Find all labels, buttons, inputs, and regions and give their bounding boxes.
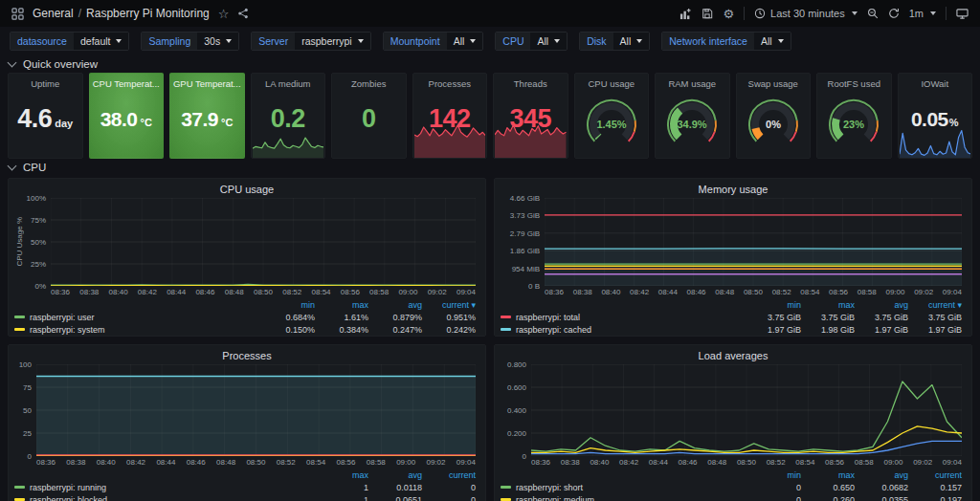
legend-series-label[interactable]: raspberrypi: total [501, 313, 747, 322]
legend-series-label[interactable]: raspberrypi: cached [501, 325, 747, 335]
legend-col-max[interactable]: max [315, 300, 368, 310]
variable-value-dropdown[interactable]: 30s [197, 33, 238, 50]
legend-col-avg[interactable]: avg [855, 470, 908, 480]
dashboard-settings-gear-icon[interactable]: ⚙ [723, 8, 734, 20]
x-tick: 08:44 [167, 288, 186, 296]
legend-col-current[interactable]: current ▾ [422, 300, 476, 310]
legend-value: 0.0682 [855, 483, 908, 492]
legend-value: 0 [422, 483, 476, 492]
star-icon[interactable]: ☆ [218, 8, 230, 20]
x-tick: 08:58 [369, 288, 389, 296]
stat-panel-title-cpu-usage[interactable]: CPU usage [577, 78, 647, 89]
variable-value-dropdown[interactable]: All [613, 33, 650, 50]
x-tick: 08:52 [277, 458, 296, 467]
stat-panel-title-iowait[interactable]: IOWait [901, 78, 970, 89]
stat-panel-title-gpu-temp[interactable]: GPU Temperat... [172, 78, 242, 89]
variable-label: Sampling [142, 33, 197, 50]
x-tick: 08:48 [216, 458, 235, 467]
stat-panel-title-processes[interactable]: Processes [415, 78, 485, 89]
stat-panel-title-zombies[interactable]: Zombies [334, 78, 404, 89]
stat-panel-title-swap-usage[interactable]: Swap usage [739, 78, 809, 89]
variable-mountpoint[interactable]: MountpointAll [383, 32, 484, 51]
legend-col-min[interactable]: min [747, 470, 801, 480]
variable-disk[interactable]: DiskAll [579, 32, 650, 51]
panel-cpu-usage-graph: CPU usageCPU Usage %0%25%50%75%100%08:36… [8, 178, 486, 337]
legend-col-current[interactable]: current ▾ [908, 300, 962, 310]
panel-title-load-averages[interactable]: Load averages [495, 345, 971, 362]
legend-col-avg[interactable]: avg [855, 300, 908, 310]
stat-panel-title-threads[interactable]: Threads [496, 78, 566, 89]
legend-item: raspberrypi: running10.01180 [14, 481, 476, 493]
legend-load-averages: minmaxavgcurrentraspberrypi: short00.650… [501, 468, 962, 501]
plot-area-memory-usage[interactable] [545, 198, 962, 286]
variable-value-dropdown[interactable]: default [74, 33, 129, 50]
legend-col-current[interactable]: current [908, 470, 962, 480]
dashboards-grid-icon[interactable] [11, 8, 24, 20]
variable-label: Mountpoint [384, 33, 447, 50]
refresh-interval-picker[interactable]: 1m [909, 8, 936, 19]
time-range-picker[interactable]: Last 30 minutes [754, 8, 858, 19]
chevron-down-icon [930, 11, 936, 15]
save-dashboard-button[interactable] [702, 8, 713, 19]
legend-col-max[interactable]: max [801, 300, 855, 310]
stat-panel-zombies: Zombies0 [331, 73, 407, 159]
variable-value-dropdown[interactable]: All [530, 33, 567, 50]
plot-area-load-averages[interactable] [531, 364, 962, 456]
y-tick: 1.86 GiB [510, 247, 540, 255]
cycle-view-monitor-icon[interactable] [956, 8, 969, 20]
add-panel-button[interactable] [679, 8, 692, 20]
variable-value-dropdown[interactable]: All [447, 33, 483, 50]
legend-col-min[interactable]: min [747, 300, 801, 310]
breadcrumb-title[interactable]: Raspberry Pi Monitoring [86, 7, 210, 20]
legend-value: 0.951% [422, 313, 476, 322]
y-tick: 0 B [528, 282, 540, 291]
variable-datasource[interactable]: datasourcedefault [10, 32, 129, 51]
legend-series-label[interactable]: raspberrypi: blocked [14, 495, 315, 501]
share-icon[interactable] [237, 8, 249, 19]
variable-sampling[interactable]: Sampling30s [141, 32, 239, 51]
legend-series-label[interactable]: raspberrypi: medium [501, 495, 747, 501]
plot-area-cpu-usage-graph[interactable] [51, 198, 476, 286]
legend-col-min[interactable]: min [261, 300, 315, 310]
section-header-quick-overview[interactable]: Quick overview [0, 55, 980, 73]
refresh-interval-label: 1m [909, 8, 924, 19]
time-range-label: Last 30 minutes [770, 8, 845, 19]
section-header-cpu[interactable]: CPU [0, 159, 980, 176]
stat-panel-title-ram-usage[interactable]: RAM usage [657, 78, 727, 89]
legend-col-max[interactable]: max [801, 470, 855, 480]
sparkline [900, 129, 971, 158]
stat-value-iowait: 0.05% [899, 108, 972, 128]
variable-cpu[interactable]: CPUAll [495, 32, 568, 51]
zoom-out-button[interactable] [867, 8, 879, 19]
legend-series-label[interactable]: raspberrypi: running [14, 483, 315, 492]
stat-value-processes: 142 [413, 106, 487, 132]
stat-panel-title-cpu-temp[interactable]: CPU Temperat... [92, 78, 162, 89]
legend-col-avg[interactable]: avg [368, 300, 422, 310]
stat-panel-title-la-medium[interactable]: LA medium [254, 78, 323, 89]
legend-series-label[interactable]: raspberrypi: system [14, 325, 261, 335]
plot-area-processes-graph[interactable] [36, 364, 476, 456]
y-tick: 50 [23, 406, 32, 415]
panel-title-cpu-usage-graph[interactable]: CPU usage [9, 179, 485, 196]
toolbar-divider [946, 7, 947, 20]
panel-title-processes-graph[interactable]: Processes [9, 345, 485, 362]
variable-network-interface[interactable]: Network interfaceAll [661, 32, 791, 51]
x-tick: 08:50 [744, 288, 763, 296]
legend-series-label[interactable]: raspberrypi: short [501, 483, 747, 492]
x-tick: 08:52 [767, 458, 786, 467]
legend-col-max[interactable]: max [315, 470, 368, 480]
breadcrumb-folder[interactable]: General [33, 7, 74, 20]
stat-panel-title-rootfs-used[interactable]: RootFS used [819, 78, 889, 89]
variable-server[interactable]: Serverraspberrypi [251, 32, 370, 51]
refresh-button[interactable] [888, 8, 900, 19]
panel-title-memory-usage[interactable]: Memory usage [495, 179, 971, 196]
legend-col-avg[interactable]: avg [368, 470, 422, 480]
legend-series-label[interactable]: raspberrypi: user [14, 313, 261, 322]
variable-value-dropdown[interactable]: All [754, 33, 791, 50]
stat-value-threads: 345 [494, 106, 568, 132]
legend-col-current[interactable]: current [422, 470, 476, 480]
stat-panel-title-uptime[interactable]: Uptime [11, 78, 80, 89]
variables-bar: datasourcedefaultSampling30sServerraspbe… [0, 27, 980, 55]
variable-value-dropdown[interactable]: raspberrypi [295, 33, 370, 50]
series-fill [36, 376, 476, 456]
